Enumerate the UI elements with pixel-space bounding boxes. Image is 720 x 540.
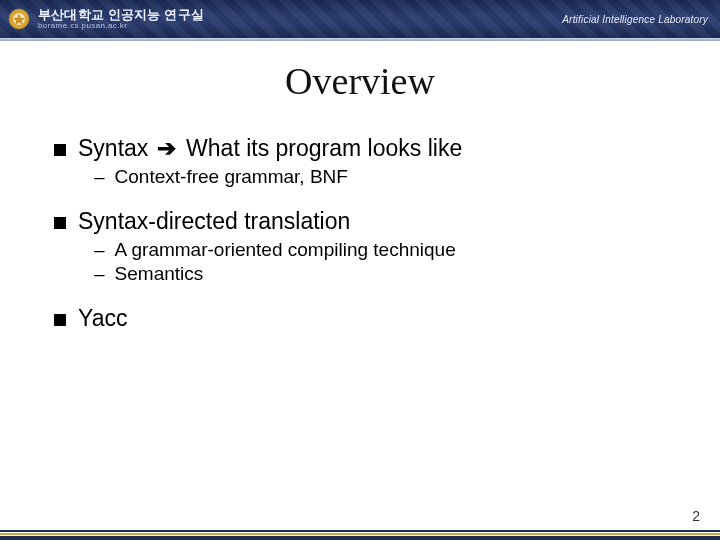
bullet-sdt: Syntax-directed translation: [54, 208, 670, 235]
subbullet-cfg: – Context-free grammar, BNF: [94, 166, 670, 188]
dash-bullet-icon: –: [94, 263, 105, 285]
square-bullet-icon: [54, 144, 66, 156]
header-divider: [0, 38, 720, 41]
slide-header: 부산대학교 인공지능 연구실 borame.cs.pusan.ac.kr Art…: [0, 0, 720, 38]
slide-footer: 2: [0, 512, 720, 540]
header-left-group: 부산대학교 인공지능 연구실 borame.cs.pusan.ac.kr: [8, 8, 204, 30]
square-bullet-icon: [54, 314, 66, 326]
university-logo-icon: [8, 8, 30, 30]
bullet-yacc-text: Yacc: [78, 305, 670, 332]
page-number: 2: [692, 508, 700, 524]
square-bullet-icon: [54, 217, 66, 229]
slide: 부산대학교 인공지능 연구실 borame.cs.pusan.ac.kr Art…: [0, 0, 720, 540]
bullet-syntax-post: What its program looks like: [180, 135, 462, 161]
org-name-ko: 부산대학교 인공지능 연구실: [38, 8, 204, 21]
bullet-syntax: Syntax ➔ What its program looks like: [54, 135, 670, 162]
dash-bullet-icon: –: [94, 166, 105, 188]
arrow-right-icon: ➔: [157, 135, 176, 162]
subbullet-semantics-text: Semantics: [115, 263, 204, 285]
dash-bullet-icon: –: [94, 239, 105, 261]
bullet-sdt-text: Syntax-directed translation: [78, 208, 670, 235]
subbullet-grammar-oriented: – A grammar-oriented compiling technique: [94, 239, 670, 261]
subbullet-cfg-text: Context-free grammar, BNF: [115, 166, 348, 188]
subbullet-grammar-oriented-text: A grammar-oriented compiling technique: [115, 239, 456, 261]
footer-divider: [0, 526, 720, 540]
bullet-yacc: Yacc: [54, 305, 670, 332]
slide-body: Syntax ➔ What its program looks like – C…: [0, 131, 720, 336]
org-subdomain: borame.cs.pusan.ac.kr: [38, 22, 204, 30]
subbullet-semantics: – Semantics: [94, 263, 670, 285]
lab-name-en: Artificial Intelligence Laboratory: [562, 14, 708, 25]
bullet-syntax-pre: Syntax: [78, 135, 155, 161]
slide-title: Overview: [0, 59, 720, 103]
